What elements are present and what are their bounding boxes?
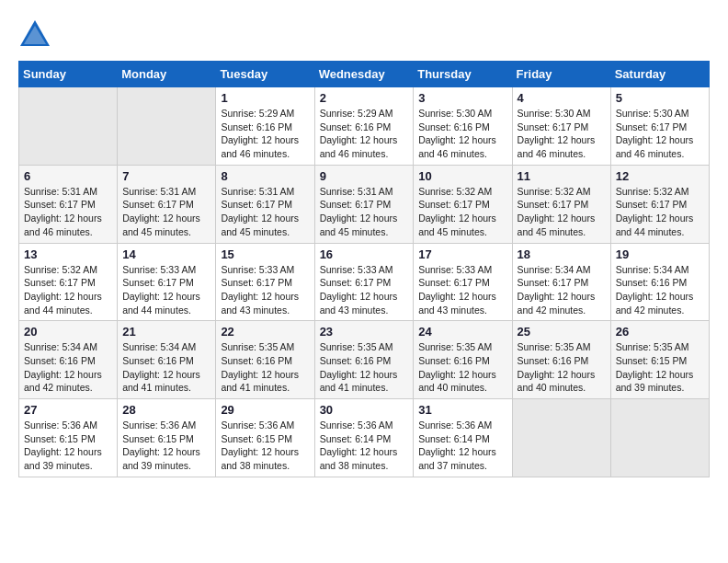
day-number: 5 <box>616 91 704 105</box>
calendar-cell: 18Sunrise: 5:34 AM Sunset: 6:17 PM Dayli… <box>512 243 610 321</box>
calendar-cell: 23Sunrise: 5:35 AM Sunset: 6:16 PM Dayli… <box>314 321 414 399</box>
day-number: 15 <box>221 247 309 261</box>
weekday-header-tuesday: Tuesday <box>216 62 314 87</box>
day-number: 13 <box>24 247 112 261</box>
day-number: 23 <box>320 325 409 339</box>
calendar-cell: 25Sunrise: 5:35 AM Sunset: 6:16 PM Dayli… <box>512 321 610 399</box>
calendar-cell: 19Sunrise: 5:34 AM Sunset: 6:16 PM Dayli… <box>610 243 709 321</box>
day-info: Sunrise: 5:36 AM Sunset: 6:15 PM Dayligh… <box>221 419 309 473</box>
day-number: 22 <box>221 325 309 339</box>
day-info: Sunrise: 5:35 AM Sunset: 6:15 PM Dayligh… <box>616 340 704 395</box>
day-number: 3 <box>418 91 506 105</box>
day-number: 4 <box>518 91 606 105</box>
day-number: 27 <box>24 403 112 417</box>
calendar-cell: 15Sunrise: 5:33 AM Sunset: 6:17 PM Dayli… <box>216 243 314 321</box>
calendar-cell: 13Sunrise: 5:32 AM Sunset: 6:17 PM Dayli… <box>19 243 118 321</box>
calendar-cell: 29Sunrise: 5:36 AM Sunset: 6:15 PM Dayli… <box>216 399 314 477</box>
logo <box>18 18 55 52</box>
calendar-cell: 21Sunrise: 5:34 AM Sunset: 6:16 PM Dayli… <box>118 321 216 399</box>
calendar-cell: 3Sunrise: 5:30 AM Sunset: 6:16 PM Daylig… <box>414 87 512 166</box>
weekday-header-sunday: Sunday <box>19 62 118 87</box>
week-row-5: 27Sunrise: 5:36 AM Sunset: 6:15 PM Dayli… <box>19 399 710 477</box>
day-info: Sunrise: 5:30 AM Sunset: 6:17 PM Dayligh… <box>518 107 606 161</box>
day-info: Sunrise: 5:36 AM Sunset: 6:14 PM Dayligh… <box>320 419 409 473</box>
day-number: 11 <box>518 169 606 183</box>
calendar-cell: 2Sunrise: 5:29 AM Sunset: 6:16 PM Daylig… <box>314 87 414 166</box>
calendar-cell: 28Sunrise: 5:36 AM Sunset: 6:15 PM Dayli… <box>118 399 216 477</box>
day-info: Sunrise: 5:35 AM Sunset: 6:16 PM Dayligh… <box>221 340 309 395</box>
day-number: 28 <box>122 403 210 417</box>
day-info: Sunrise: 5:35 AM Sunset: 6:16 PM Dayligh… <box>518 340 606 395</box>
calendar-cell: 30Sunrise: 5:36 AM Sunset: 6:14 PM Dayli… <box>314 399 414 477</box>
day-info: Sunrise: 5:31 AM Sunset: 6:17 PM Dayligh… <box>122 185 210 239</box>
calendar-cell: 24Sunrise: 5:35 AM Sunset: 6:16 PM Dayli… <box>414 321 512 399</box>
day-info: Sunrise: 5:30 AM Sunset: 6:17 PM Dayligh… <box>616 107 704 161</box>
day-info: Sunrise: 5:29 AM Sunset: 6:16 PM Dayligh… <box>221 107 309 161</box>
day-info: Sunrise: 5:32 AM Sunset: 6:17 PM Dayligh… <box>24 263 112 317</box>
week-row-2: 6Sunrise: 5:31 AM Sunset: 6:17 PM Daylig… <box>19 165 710 243</box>
day-number: 29 <box>221 403 309 417</box>
day-info: Sunrise: 5:32 AM Sunset: 6:17 PM Dayligh… <box>616 185 704 239</box>
day-info: Sunrise: 5:34 AM Sunset: 6:16 PM Dayligh… <box>24 340 112 395</box>
day-info: Sunrise: 5:36 AM Sunset: 6:15 PM Dayligh… <box>24 419 112 473</box>
day-number: 31 <box>418 403 506 417</box>
day-info: Sunrise: 5:32 AM Sunset: 6:17 PM Dayligh… <box>418 185 506 239</box>
weekday-header-monday: Monday <box>118 62 216 87</box>
calendar-cell <box>118 87 216 166</box>
calendar-cell: 8Sunrise: 5:31 AM Sunset: 6:17 PM Daylig… <box>216 165 314 243</box>
day-number: 10 <box>418 169 506 183</box>
week-row-1: 1Sunrise: 5:29 AM Sunset: 6:16 PM Daylig… <box>19 87 710 166</box>
day-info: Sunrise: 5:31 AM Sunset: 6:17 PM Dayligh… <box>320 185 409 239</box>
day-number: 18 <box>518 247 606 261</box>
calendar-cell <box>610 399 709 477</box>
weekday-header-friday: Friday <box>512 62 610 87</box>
calendar-cell: 14Sunrise: 5:33 AM Sunset: 6:17 PM Dayli… <box>118 243 216 321</box>
day-info: Sunrise: 5:30 AM Sunset: 6:16 PM Dayligh… <box>418 107 506 161</box>
day-number: 16 <box>320 247 409 261</box>
day-info: Sunrise: 5:35 AM Sunset: 6:16 PM Dayligh… <box>320 340 409 395</box>
calendar-cell: 10Sunrise: 5:32 AM Sunset: 6:17 PM Dayli… <box>414 165 512 243</box>
day-number: 8 <box>221 169 309 183</box>
page-header <box>18 18 710 52</box>
calendar-cell: 20Sunrise: 5:34 AM Sunset: 6:16 PM Dayli… <box>19 321 118 399</box>
calendar-cell: 22Sunrise: 5:35 AM Sunset: 6:16 PM Dayli… <box>216 321 314 399</box>
calendar-cell: 11Sunrise: 5:32 AM Sunset: 6:17 PM Dayli… <box>512 165 610 243</box>
weekday-header-row: SundayMondayTuesdayWednesdayThursdayFrid… <box>19 62 710 87</box>
day-info: Sunrise: 5:33 AM Sunset: 6:17 PM Dayligh… <box>320 263 409 317</box>
calendar-cell: 4Sunrise: 5:30 AM Sunset: 6:17 PM Daylig… <box>512 87 610 166</box>
calendar-cell: 12Sunrise: 5:32 AM Sunset: 6:17 PM Dayli… <box>610 165 709 243</box>
day-info: Sunrise: 5:33 AM Sunset: 6:17 PM Dayligh… <box>221 263 309 317</box>
logo-icon <box>18 18 51 52</box>
calendar-cell: 26Sunrise: 5:35 AM Sunset: 6:15 PM Dayli… <box>610 321 709 399</box>
day-info: Sunrise: 5:34 AM Sunset: 6:16 PM Dayligh… <box>616 263 704 317</box>
day-number: 19 <box>616 247 704 261</box>
calendar-cell: 27Sunrise: 5:36 AM Sunset: 6:15 PM Dayli… <box>19 399 118 477</box>
day-info: Sunrise: 5:36 AM Sunset: 6:14 PM Dayligh… <box>418 419 506 473</box>
day-info: Sunrise: 5:35 AM Sunset: 6:16 PM Dayligh… <box>418 340 506 395</box>
day-number: 24 <box>418 325 506 339</box>
day-number: 30 <box>320 403 409 417</box>
day-info: Sunrise: 5:34 AM Sunset: 6:17 PM Dayligh… <box>518 263 606 317</box>
day-number: 20 <box>24 325 112 339</box>
day-number: 7 <box>122 169 210 183</box>
calendar-cell: 9Sunrise: 5:31 AM Sunset: 6:17 PM Daylig… <box>314 165 414 243</box>
day-number: 26 <box>616 325 704 339</box>
day-info: Sunrise: 5:29 AM Sunset: 6:16 PM Dayligh… <box>320 107 409 161</box>
week-row-4: 20Sunrise: 5:34 AM Sunset: 6:16 PM Dayli… <box>19 321 710 399</box>
day-info: Sunrise: 5:33 AM Sunset: 6:17 PM Dayligh… <box>418 263 506 317</box>
day-number: 9 <box>320 169 409 183</box>
calendar-cell: 6Sunrise: 5:31 AM Sunset: 6:17 PM Daylig… <box>19 165 118 243</box>
day-number: 1 <box>221 91 309 105</box>
day-info: Sunrise: 5:33 AM Sunset: 6:17 PM Dayligh… <box>122 263 210 317</box>
day-number: 12 <box>616 169 704 183</box>
calendar-table: SundayMondayTuesdayWednesdayThursdayFrid… <box>18 61 710 477</box>
day-number: 25 <box>518 325 606 339</box>
calendar-cell: 16Sunrise: 5:33 AM Sunset: 6:17 PM Dayli… <box>314 243 414 321</box>
day-info: Sunrise: 5:31 AM Sunset: 6:17 PM Dayligh… <box>221 185 309 239</box>
calendar-cell: 7Sunrise: 5:31 AM Sunset: 6:17 PM Daylig… <box>118 165 216 243</box>
calendar-cell: 1Sunrise: 5:29 AM Sunset: 6:16 PM Daylig… <box>216 87 314 166</box>
week-row-3: 13Sunrise: 5:32 AM Sunset: 6:17 PM Dayli… <box>19 243 710 321</box>
weekday-header-wednesday: Wednesday <box>314 62 414 87</box>
day-info: Sunrise: 5:32 AM Sunset: 6:17 PM Dayligh… <box>518 185 606 239</box>
calendar-cell <box>512 399 610 477</box>
